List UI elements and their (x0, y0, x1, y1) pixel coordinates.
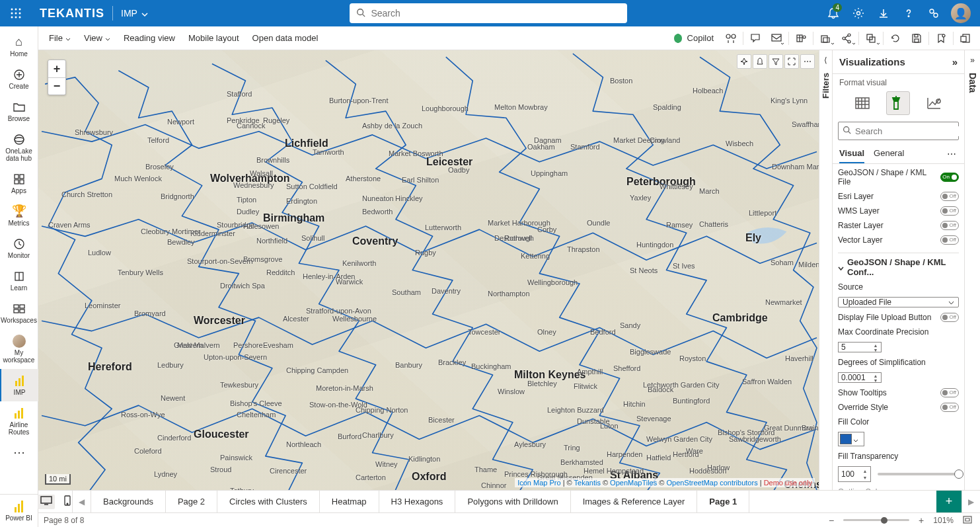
rail-imp[interactable]: IMP (0, 369, 38, 401)
app-launcher-icon[interactable] (0, 0, 32, 26)
rail-powerbi[interactable]: Power BI (0, 494, 38, 527)
zoom-out-canvas[interactable]: − (826, 515, 837, 526)
save-icon[interactable] (906, 26, 927, 50)
comment-icon[interactable] (745, 26, 766, 50)
menu-file[interactable]: File (42, 26, 77, 50)
workspace-switcher[interactable]: IMP (113, 8, 156, 19)
rail-metrics[interactable]: 🏆Metrics (0, 200, 38, 232)
rail-browse[interactable]: Browse (0, 95, 38, 128)
download-icon[interactable] (872, 0, 895, 26)
format-search[interactable] (838, 122, 959, 140)
page-tab[interactable]: Circles with Clusters (217, 491, 320, 512)
help-icon[interactable] (897, 0, 921, 26)
mobile-layout-button[interactable]: Mobile layout (182, 26, 246, 50)
feedback-icon[interactable] (922, 0, 946, 26)
attr-openmaptiles[interactable]: OpenMapTiles (610, 479, 657, 487)
rail-create[interactable]: Create (0, 63, 38, 95)
display-upload-toggle[interactable]: Off (940, 313, 959, 322)
tab-visual[interactable]: Visual (839, 144, 864, 163)
page-tab[interactable]: Images & Reference Layer (571, 491, 698, 512)
reading-view-button[interactable]: Reading view (117, 26, 182, 50)
rail-monitor[interactable]: Monitor (0, 232, 38, 264)
attr-product[interactable]: Icon Map Pro (517, 479, 560, 487)
report-canvas[interactable]: WolverhamptonBirminghamCoventryWorcester… (38, 50, 819, 490)
menu-view[interactable]: View (77, 26, 117, 50)
format-visual-icon[interactable] (886, 91, 910, 115)
show-tooltips-toggle[interactable]: Off (940, 388, 959, 397)
layer-toggle[interactable]: Off (940, 235, 959, 245)
rail-home[interactable]: ⌂Home (0, 30, 38, 63)
max-precision-input[interactable]: 5▲▼ (838, 342, 882, 352)
filter-icon[interactable] (769, 54, 783, 69)
share-icon[interactable] (836, 26, 857, 50)
zoom-in-button[interactable]: + (48, 60, 65, 77)
search-input[interactable] (371, 8, 621, 19)
focus-icon[interactable] (784, 54, 799, 69)
global-search[interactable] (350, 3, 627, 23)
zoom-in-canvas[interactable]: + (916, 515, 926, 526)
settings-icon[interactable] (847, 0, 870, 26)
page-next[interactable]: ▶ (961, 491, 980, 512)
tab-more-icon[interactable]: ⋯ (946, 147, 958, 161)
page-tab[interactable]: Heatmap (320, 491, 379, 512)
format-search-input[interactable] (855, 126, 966, 136)
spin-up-icon[interactable]: ▲ (872, 343, 880, 348)
fit-page-icon[interactable] (960, 515, 975, 526)
rail-workspaces[interactable]: Workspaces (0, 297, 38, 329)
page-tab[interactable]: Backgrounds (91, 491, 166, 512)
subscribe-icon[interactable] (766, 26, 787, 50)
copy-icon[interactable] (860, 26, 882, 50)
collapse-viz-icon[interactable]: » (952, 56, 958, 67)
analytics-icon[interactable] (923, 91, 946, 115)
source-select[interactable]: Uploaded File (838, 297, 959, 307)
zoom-out-button[interactable]: − (48, 77, 65, 95)
spin-down-icon[interactable]: ▼ (861, 474, 869, 481)
degrees-input[interactable]: 0.0001▲▼ (838, 372, 882, 383)
spin-down-icon[interactable]: ▼ (872, 378, 880, 383)
spin-up-icon[interactable]: ▲ (872, 374, 880, 378)
page-tab[interactable]: Page 2 (166, 491, 217, 512)
bell-icon[interactable] (753, 54, 767, 69)
page-tab[interactable]: H3 Hexagons (379, 491, 456, 512)
expand-data-icon[interactable]: » (970, 53, 975, 67)
spin-up-icon[interactable]: ▲ (861, 467, 869, 474)
rail-my-workspace[interactable]: My workspace (0, 329, 38, 369)
rail-apps[interactable]: Apps (0, 167, 38, 200)
mobile-view-icon[interactable] (61, 494, 73, 510)
rail-learn[interactable]: Learn (0, 264, 38, 297)
layer-toggle[interactable]: On (940, 173, 959, 182)
override-style-toggle[interactable]: Off (940, 403, 959, 412)
attr-osm[interactable]: OpenStreetMap contributors (666, 479, 757, 487)
tab-general[interactable]: General (874, 144, 904, 163)
teams-icon[interactable] (790, 26, 811, 50)
section-geojson-config[interactable]: GeoJSON / Shape / KML Conf... (838, 253, 959, 277)
add-page-button[interactable]: + (936, 491, 961, 512)
map-visual[interactable]: WolverhamptonBirminghamCoventryWorcester… (38, 50, 819, 490)
page-tab[interactable]: Polygons with Drilldown (455, 491, 570, 512)
open-data-model-button[interactable]: Open data model (246, 26, 325, 50)
powerpoint-icon[interactable] (955, 26, 976, 50)
user-avatar[interactable]: 👤 (951, 3, 971, 23)
build-visual-icon[interactable] (850, 91, 874, 115)
fill-trans-slider[interactable] (878, 473, 959, 475)
fill-color-picker[interactable] (838, 432, 864, 446)
rail-more[interactable]: ⋯ (0, 441, 38, 465)
refresh-icon[interactable] (885, 26, 906, 50)
pin-icon[interactable] (737, 54, 751, 69)
export-icon[interactable] (815, 26, 836, 50)
rail-airline-routes[interactable]: Airline Routes (0, 401, 38, 441)
fill-trans-input[interactable]: 100▲▼ (838, 466, 871, 482)
desktop-view-icon[interactable] (38, 495, 55, 509)
notifications-icon[interactable]: 4 (821, 0, 845, 26)
bookmark-icon[interactable] (930, 26, 952, 50)
page-tab[interactable]: Page 1 (697, 491, 749, 512)
copilot-button[interactable]: Copilot (666, 26, 720, 50)
layer-toggle[interactable]: Off (940, 192, 959, 201)
rail-onelake[interactable]: OneLake data hub (0, 128, 38, 167)
attr-tekantis[interactable]: Tekantis (574, 479, 601, 487)
page-prev[interactable]: ◀ (73, 491, 91, 512)
explore-icon[interactable] (720, 26, 741, 50)
expand-filters-icon[interactable]: ⟨ (824, 53, 827, 67)
zoom-slider[interactable] (843, 519, 909, 521)
spin-down-icon[interactable]: ▼ (872, 348, 880, 352)
